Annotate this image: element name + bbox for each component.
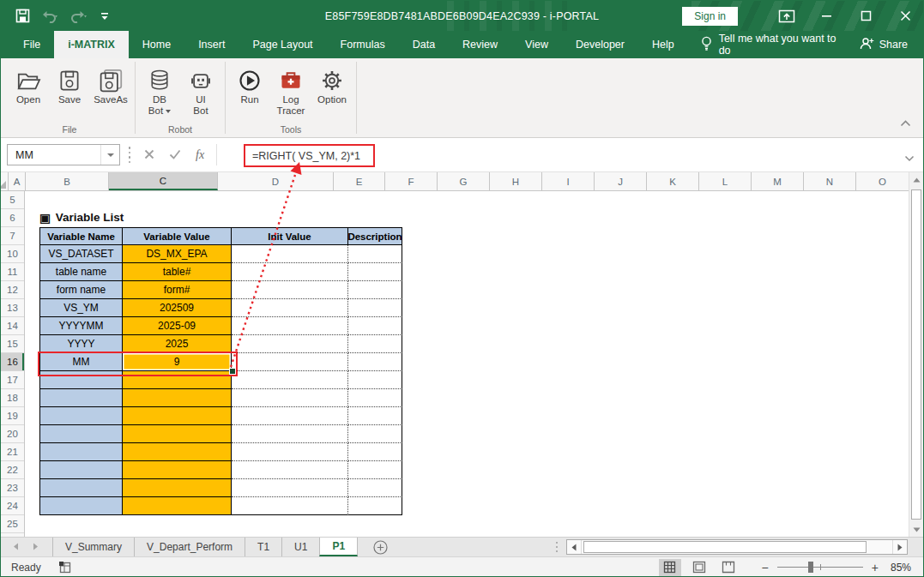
description-cell[interactable] bbox=[348, 335, 402, 353]
variable-value-cell[interactable] bbox=[123, 497, 232, 515]
row-header[interactable]: 23 bbox=[1, 479, 24, 497]
column-header[interactable]: D bbox=[218, 172, 334, 190]
variable-value-cell[interactable]: DS_MX_EPA bbox=[123, 245, 232, 263]
vertical-scrollbar[interactable] bbox=[909, 172, 923, 537]
redo-icon[interactable] bbox=[66, 5, 88, 27]
description-cell[interactable] bbox=[348, 245, 402, 263]
sheet-nav-left-icon[interactable] bbox=[13, 541, 19, 553]
init-value-cell[interactable] bbox=[232, 497, 348, 515]
init-value-cell[interactable] bbox=[232, 335, 348, 353]
init-value-cell[interactable] bbox=[232, 425, 348, 443]
sheet-tab[interactable]: P1 bbox=[319, 538, 358, 556]
column-header[interactable]: H bbox=[490, 172, 542, 190]
save-as-button[interactable]: SaveAs bbox=[92, 62, 130, 105]
name-box-dropdown-icon[interactable] bbox=[100, 145, 119, 165]
column-header[interactable]: B bbox=[26, 172, 109, 190]
select-all-corner[interactable] bbox=[1, 172, 9, 190]
column-header[interactable]: C bbox=[109, 172, 218, 190]
ribbon-tab[interactable]: Developer bbox=[562, 31, 638, 58]
description-cell[interactable] bbox=[348, 281, 402, 299]
variable-value-cell[interactable]: 2025 bbox=[123, 335, 232, 353]
option-button[interactable]: Option bbox=[313, 62, 351, 105]
vertical-scroll-thumb[interactable] bbox=[911, 189, 921, 520]
row-header[interactable]: 17 bbox=[1, 371, 24, 389]
variable-name-cell[interactable] bbox=[39, 425, 123, 443]
sheet-nav-right-icon[interactable] bbox=[33, 541, 39, 553]
variable-name-cell[interactable] bbox=[39, 371, 123, 389]
db-bot-button[interactable]: DBBot bbox=[141, 62, 178, 117]
row-header[interactable]: 14 bbox=[1, 317, 24, 335]
new-sheet-button[interactable] bbox=[358, 538, 403, 556]
init-value-cell[interactable] bbox=[232, 317, 348, 335]
init-value-cell[interactable] bbox=[232, 353, 348, 371]
variable-name-cell[interactable] bbox=[39, 443, 123, 461]
save-icon[interactable] bbox=[11, 5, 33, 27]
description-cell[interactable] bbox=[348, 263, 402, 281]
open-button[interactable]: Open bbox=[9, 62, 47, 105]
customize-quick-access-icon[interactable] bbox=[94, 5, 116, 27]
normal-view-button[interactable] bbox=[659, 559, 681, 576]
variable-name-cell[interactable]: VS_YM bbox=[39, 299, 123, 317]
ribbon-tab[interactable]: Home bbox=[129, 31, 184, 58]
row-header[interactable]: 12 bbox=[1, 281, 24, 299]
variable-value-cell[interactable] bbox=[123, 479, 232, 497]
description-cell[interactable] bbox=[348, 425, 402, 443]
ribbon-tab[interactable]: Data bbox=[399, 31, 449, 58]
column-header[interactable]: G bbox=[438, 172, 490, 190]
variable-name-cell[interactable]: YYYY bbox=[39, 335, 123, 353]
row-header[interactable]: 6 bbox=[1, 209, 24, 227]
variable-value-cell[interactable]: form# bbox=[123, 281, 232, 299]
row-header[interactable]: 7 bbox=[1, 227, 24, 245]
variable-name-cell[interactable] bbox=[39, 497, 123, 515]
variable-name-cell[interactable]: MM bbox=[39, 353, 123, 371]
undo-icon[interactable] bbox=[39, 5, 61, 27]
share-button[interactable]: Share bbox=[859, 31, 923, 58]
variable-name-cell[interactable]: table name bbox=[39, 263, 123, 281]
init-value-cell[interactable] bbox=[232, 479, 348, 497]
expand-formula-bar-icon[interactable] bbox=[904, 150, 915, 165]
ribbon-tab[interactable]: File bbox=[9, 31, 54, 58]
variable-value-cell[interactable] bbox=[123, 443, 232, 461]
description-cell[interactable] bbox=[348, 299, 402, 317]
scroll-right-icon[interactable] bbox=[892, 540, 907, 554]
sheet-tab[interactable]: T1 bbox=[245, 538, 281, 556]
horizontal-scroll-thumb[interactable] bbox=[583, 541, 867, 553]
insert-function-icon[interactable]: fx bbox=[196, 148, 204, 162]
header-cell[interactable]: Description bbox=[348, 227, 402, 245]
sheet-tab[interactable]: U1 bbox=[281, 538, 319, 556]
ribbon-tab[interactable]: Formulas bbox=[327, 31, 399, 58]
row-header[interactable]: 5 bbox=[1, 191, 24, 209]
zoom-in-button[interactable]: + bbox=[872, 562, 879, 574]
header-cell[interactable]: Variable Value bbox=[123, 227, 232, 245]
ribbon-tab[interactable]: Review bbox=[449, 31, 511, 58]
variable-value-cell[interactable] bbox=[123, 407, 232, 425]
variable-name-cell[interactable]: YYYYMM bbox=[39, 317, 123, 335]
column-header[interactable]: L bbox=[699, 172, 752, 190]
column-header[interactable]: M bbox=[752, 172, 804, 190]
zoom-level[interactable]: 85% bbox=[891, 562, 911, 574]
ribbon-tab[interactable]: View bbox=[511, 31, 562, 58]
description-cell[interactable] bbox=[348, 353, 402, 371]
ribbon-tab[interactable]: i-MATRIX bbox=[54, 31, 129, 58]
column-header[interactable]: J bbox=[595, 172, 647, 190]
variable-name-cell[interactable]: form name bbox=[39, 281, 123, 299]
description-cell[interactable] bbox=[348, 479, 402, 497]
description-cell[interactable] bbox=[348, 407, 402, 425]
run-button[interactable]: Run bbox=[231, 62, 269, 105]
row-header[interactable]: 11 bbox=[1, 263, 24, 281]
column-header[interactable]: E bbox=[334, 172, 385, 190]
header-cell[interactable]: Init Value bbox=[232, 227, 348, 245]
init-value-cell[interactable] bbox=[232, 389, 348, 407]
zoom-slider-thumb[interactable] bbox=[808, 562, 813, 573]
maximize-button[interactable] bbox=[853, 5, 879, 27]
ribbon-tab[interactable]: Page Layout bbox=[239, 31, 326, 58]
description-cell[interactable] bbox=[348, 371, 402, 389]
init-value-cell[interactable] bbox=[232, 245, 348, 263]
description-cell[interactable] bbox=[348, 497, 402, 515]
cancel-icon[interactable] bbox=[144, 147, 154, 163]
init-value-cell[interactable] bbox=[232, 371, 348, 389]
collapse-ribbon-icon[interactable] bbox=[900, 115, 911, 130]
sheet-tab[interactable]: V_Depart_Perform bbox=[134, 538, 245, 556]
variable-value-cell[interactable]: table# bbox=[123, 263, 232, 281]
log-tracer-button[interactable]: LogTracer bbox=[272, 62, 310, 117]
